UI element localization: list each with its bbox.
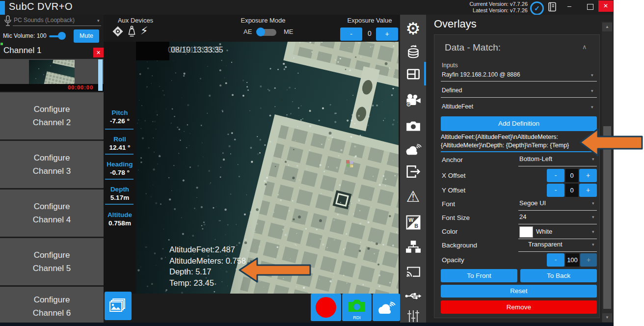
x-offset-plus-button[interactable]: + — [579, 169, 597, 182]
chevron-down-icon[interactable]: ▾ — [591, 73, 593, 78]
color-label: Color — [442, 228, 457, 235]
telemetry-divider — [105, 154, 134, 155]
still-camera-icon[interactable] — [400, 120, 426, 134]
opacity-plus-button[interactable]: + — [580, 253, 597, 267]
chevron-down-icon[interactable]: ▾ — [592, 229, 594, 234]
svg-text:⚙: ⚙ — [406, 101, 411, 108]
record-icon — [316, 297, 336, 318]
configure-channel5-button[interactable]: ConfigureChannel 5 — [0, 238, 104, 285]
mute-button[interactable]: Mute — [74, 29, 99, 43]
input-source-select[interactable]: Rayfin 192.168.2.100 @ 8886 — [442, 71, 520, 78]
minimize-button[interactable]: – — [564, 2, 574, 10]
export-icon[interactable] — [400, 165, 426, 180]
chevron-down-icon[interactable]: ▾ — [592, 215, 594, 219]
ae-label: AE — [243, 28, 252, 35]
audio-device-select[interactable]: PC Sounds (Loopback) — [14, 17, 92, 24]
anchor-select[interactable]: Bottom-Left — [519, 155, 552, 163]
font-size-select[interactable]: 24 — [519, 213, 526, 220]
svg-text:B: B — [414, 223, 418, 229]
close-app-button[interactable]: ✕ — [598, 0, 613, 12]
y-offset-minus-button[interactable]: - — [547, 184, 564, 197]
usb-icon[interactable] — [400, 292, 426, 302]
network-icon[interactable] — [400, 240, 426, 256]
white-balance-icon[interactable]: W B — [400, 215, 426, 232]
data-overlay-text: AltitudeFeet:2.487 AltitudeMeters: 0.758… — [169, 244, 246, 288]
scroll-down-button[interactable]: ▼ — [602, 313, 612, 322]
maximize-button[interactable] — [587, 4, 593, 10]
remove-button[interactable]: Remove — [441, 300, 597, 314]
exposure-plus-button[interactable]: + — [376, 27, 398, 41]
channel1-close-button[interactable]: ✕ — [93, 48, 104, 57]
y-offset-plus-button[interactable]: + — [579, 184, 597, 197]
color-swatch — [519, 226, 533, 238]
cloud-icon[interactable] — [400, 142, 426, 158]
svg-text:W: W — [408, 217, 414, 223]
background-select[interactable]: Transparent — [528, 241, 563, 248]
overlay-line: Temp: 23.45 — [169, 277, 246, 289]
chevron-down-icon[interactable]: ▾ — [592, 242, 594, 247]
cloud-wifi-icon — [376, 300, 396, 315]
pitch-value: -7.26 ° — [104, 117, 136, 125]
telemetry-divider — [105, 204, 134, 205]
to-front-button[interactable]: To Front — [441, 269, 517, 282]
alerts-warning-icon[interactable]: ⚠ — [400, 188, 426, 205]
gallery-button[interactable] — [105, 292, 132, 320]
dropdown-underline — [518, 251, 597, 252]
chevron-down-icon[interactable]: ▾ — [592, 201, 594, 206]
channel-list-scrollbar[interactable] — [98, 59, 103, 91]
title-accent-bar — [0, 1, 5, 15]
audio-device-underline — [13, 26, 101, 26]
opacity-value: 100 — [565, 253, 579, 267]
to-back-button[interactable]: To Back — [520, 269, 597, 282]
power-bolt-icon[interactable]: ⚡ — [140, 25, 148, 37]
depth-label: Depth — [104, 186, 136, 193]
opacity-minus-button[interactable]: - — [547, 253, 564, 267]
video-settings-icon[interactable]: ⚙ — [400, 93, 426, 110]
roll-value: 12.41 ° — [104, 144, 136, 151]
chevron-down-icon[interactable]: ▾ — [97, 18, 100, 23]
definition-text-input[interactable]: AltitudeFeet:{AltitudeFeet}\nAltitudeMet… — [441, 133, 597, 150]
exposure-minus-button[interactable]: - — [340, 27, 362, 41]
capture-still-button[interactable]: RDI — [342, 294, 372, 321]
settings-gear-icon[interactable]: ⚙ — [400, 19, 426, 38]
chevron-down-icon[interactable]: ▾ — [591, 105, 593, 109]
exposure-value-label: Exposure Value — [344, 17, 396, 24]
strobe-icon[interactable] — [112, 26, 124, 39]
scroll-up-button[interactable]: ▲ — [602, 23, 612, 31]
configure-channel6-button[interactable]: ConfigureChannel 6 — [0, 287, 104, 326]
exposure-mode-toggle-knob[interactable] — [256, 27, 265, 36]
aux-devices-label: Aux Devices — [113, 17, 158, 24]
exposure-value: 0 — [364, 29, 375, 37]
screen-cast-icon[interactable] — [400, 265, 426, 280]
configure-channel3-button[interactable]: ConfigureChannel 3 — [0, 141, 104, 188]
font-select[interactable]: Segoe UI — [519, 199, 546, 207]
depth-value: 5.17m — [104, 194, 136, 201]
lamp-icon[interactable] — [128, 26, 136, 39]
collapse-section-icon[interactable]: ∧ — [582, 43, 587, 51]
channel1-video-thumbnail[interactable] — [29, 60, 75, 86]
y-offset-value: 0 — [565, 184, 578, 197]
chevron-down-icon[interactable]: ▾ — [591, 88, 593, 93]
channel1-label: Channel 1 — [3, 46, 42, 55]
mic-volume-slider-knob[interactable] — [58, 32, 66, 40]
changelog-icon[interactable] — [548, 2, 557, 14]
update-check-icon[interactable]: ✓ — [530, 1, 544, 15]
app-title: SubC DVR+O — [9, 1, 73, 12]
dropdown-underline — [518, 224, 597, 224]
font-label: Font — [442, 200, 455, 208]
data-type-select[interactable]: Defined — [442, 87, 462, 94]
mic-volume-label: Mic Volume: 100 — [3, 32, 47, 39]
overlays-layout-icon[interactable] — [400, 67, 426, 83]
storage-sync-icon[interactable] — [400, 44, 426, 61]
record-timecode: 00:00:00 — [68, 84, 93, 90]
configure-channel2-button[interactable]: ConfigureChannel 2 — [0, 92, 104, 139]
chevron-down-icon[interactable]: ▾ — [592, 157, 594, 162]
record-button[interactable] — [311, 294, 341, 321]
x-offset-minus-button[interactable]: - — [547, 169, 564, 182]
reset-button[interactable]: Reset — [441, 285, 597, 298]
color-select[interactable]: White — [536, 228, 552, 235]
data-field-select[interactable]: AltitudeFeet — [442, 103, 473, 110]
configure-channel4-button[interactable]: ConfigureChannel 4 — [0, 190, 104, 237]
cloud-upload-button[interactable] — [373, 294, 400, 321]
add-definition-button[interactable]: Add Definition — [441, 116, 597, 131]
